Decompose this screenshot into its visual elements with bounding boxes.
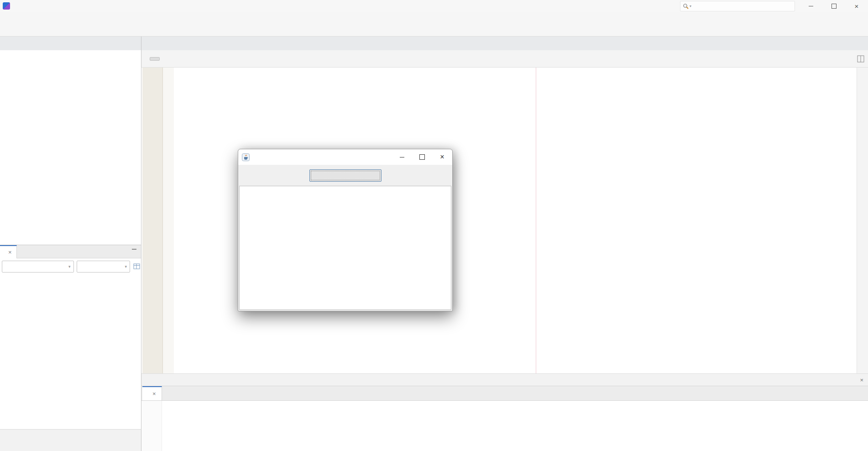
navigator-tab[interactable]: × [0,245,17,258]
output-tab-row: × [141,386,868,401]
minimize-button[interactable] [800,0,822,12]
source-view-button[interactable] [150,57,160,61]
navigator-filters: ▾ ▾ [0,258,141,275]
dialog-title-bar[interactable]: × [238,149,452,165]
output-tab[interactable]: × [142,386,162,400]
dialog-close-button[interactable]: × [432,149,452,165]
right-margin-guide [536,68,536,373]
close-button[interactable]: × [845,0,868,12]
chon-va-gui-file-button[interactable] [309,169,382,182]
breadcrumb-close-icon[interactable]: × [860,377,863,383]
search-dropdown-icon[interactable]: ▾ [690,4,691,8]
navigator-sort-icon[interactable] [133,262,141,271]
main-toolbar [0,12,868,37]
explorer-tab-row [0,37,141,50]
history-view-button[interactable] [163,58,173,60]
members-select[interactable]: ▾ [2,261,74,273]
line-number-gutter[interactable] [142,68,163,373]
dialog-minimize-button[interactable] [392,149,412,165]
code-fold-column[interactable] [163,68,174,373]
navigator-header: × [0,245,141,258]
filter-select[interactable]: ▾ [77,261,130,273]
dialog-status-text [240,186,451,189]
search-input[interactable]: ▾ [680,1,795,11]
output-console[interactable] [141,401,868,451]
maximize-button[interactable] [822,0,845,12]
search-icon [683,3,689,10]
tab-strip [0,37,868,51]
editor-toolbar [141,50,868,68]
title-bar: ▾ × [0,0,868,12]
may-gui-file-dialog: × [238,149,453,311]
navigator-tab-close-icon[interactable]: × [8,249,12,256]
netbeans-logo-icon [3,2,10,10]
java-cup-icon [242,153,250,161]
split-window-icon[interactable] [857,55,864,63]
navigator-member-list [0,275,141,429]
error-stripe[interactable] [857,68,868,373]
bottom-icon-strip [0,429,141,451]
output-button-strip [141,401,162,451]
breadcrumb: × [141,373,868,386]
projects-panel: × ▾ ▾ [0,50,141,429]
dialog-status-textarea[interactable] [239,186,451,310]
dialog-maximize-button[interactable] [412,149,432,165]
navigator-minimize-icon[interactable] [132,249,136,250]
output-tab-close-icon[interactable]: × [152,390,156,397]
dialog-button-panel [238,165,452,186]
netbeans-ide-window: ▾ × × ▾ ▾ [0,0,868,451]
